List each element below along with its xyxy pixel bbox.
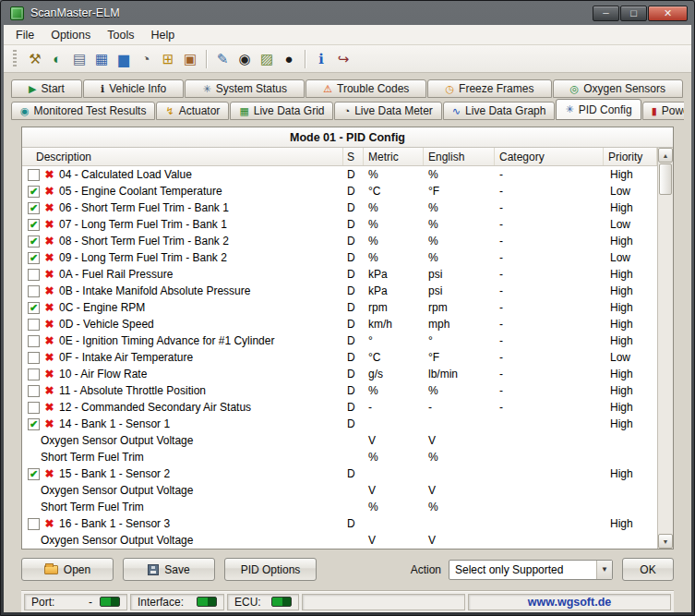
data-grid-icon[interactable]: ▦ [90, 49, 113, 69]
table-row[interactable]: 16 - Bank 1 - Sensor 3 D High [22, 515, 657, 532]
column-header-priority[interactable]: Priority [604, 148, 657, 165]
tab-vehicle-info[interactable]: ℹVehicle Info [83, 79, 184, 98]
row-checkbox[interactable] [28, 169, 40, 181]
tab-live-data-grid[interactable]: ▦Live Data Grid [230, 102, 333, 120]
tab-power[interactable]: ▮Power [642, 102, 684, 120]
table-row[interactable]: 0A - Fuel Rail Pressure D kPa psi - High [22, 266, 657, 283]
scroll-down-icon[interactable] [658, 534, 673, 549]
image-icon[interactable]: ▨ [256, 49, 278, 69]
save-button[interactable]: Save [123, 558, 215, 581]
table-row[interactable]: 0E - Ignition Timing Advance for #1 Cyli… [22, 332, 657, 349]
table-row[interactable]: 11 - Absolute Throttle Position D % % - … [22, 382, 657, 399]
menu-file[interactable]: File [7, 26, 42, 44]
combo-dropdown-arrow-icon[interactable] [596, 561, 612, 579]
tab-label: Trouble Codes [337, 83, 409, 94]
column-header-english[interactable]: English [424, 148, 495, 165]
table-row[interactable]: Oxygen Sensor Output Voltage V V [22, 532, 657, 549]
row-checkbox[interactable] [28, 352, 40, 364]
row-checkbox[interactable] [28, 335, 40, 347]
tab-live-data-meter[interactable]: ◔Live Data Meter [334, 102, 441, 120]
dark-globe-icon[interactable]: ● [278, 49, 300, 69]
clipboard-icon[interactable]: ▣ [179, 49, 201, 69]
vertical-scrollbar[interactable] [657, 148, 673, 549]
row-checkbox[interactable] [28, 269, 40, 281]
ok-button[interactable]: OK [622, 558, 674, 581]
tab-pid-config[interactable]: ✳PID Config [556, 99, 641, 120]
table-row[interactable]: Oxygen Sensor Output Voltage V V [22, 432, 657, 449]
column-header-supported[interactable]: S [343, 148, 364, 165]
table-row[interactable]: 0D - Vehicle Speed D km/h mph - High [22, 316, 657, 332]
tab-label: Vehicle Info [109, 83, 166, 94]
row-checkbox[interactable] [28, 518, 40, 530]
table-row[interactable]: Oxygen Sensor Output Voltage V V [22, 482, 657, 499]
column-header-category[interactable]: Category [495, 148, 604, 165]
row-checkbox[interactable] [28, 385, 40, 397]
row-description: 11 - Absolute Throttle Position [59, 384, 206, 397]
info-icon[interactable]: ℹ [310, 49, 332, 69]
row-checkbox[interactable] [28, 219, 40, 231]
scrollbar-thumb[interactable] [659, 163, 672, 195]
calculator-icon[interactable]: ⊞ [157, 49, 179, 69]
table-row[interactable]: 0F - Intake Air Temperature D °C °F - Lo… [22, 349, 657, 366]
table-row[interactable]: 15 - Bank 1 - Sensor 2 D High [22, 465, 657, 482]
pid-options-button[interactable]: PID Options [224, 558, 317, 581]
row-checkbox[interactable] [28, 186, 40, 198]
column-header-metric[interactable]: Metric [364, 148, 424, 165]
table-row[interactable]: 0B - Intake Manifold Absolute Pressure D… [22, 283, 657, 299]
menu-help[interactable]: Help [142, 26, 183, 44]
maximize-button[interactable] [620, 6, 647, 21]
menu-tools[interactable]: Tools [99, 26, 142, 44]
row-category: - [495, 334, 604, 347]
action-select[interactable]: Select only Supported [449, 560, 613, 580]
tab-system-status[interactable]: ✳System Status [185, 79, 305, 98]
report-icon[interactable]: ▤ [68, 49, 90, 69]
menu-options[interactable]: Options [42, 26, 99, 44]
row-priority: Low [604, 218, 657, 231]
exit-icon[interactable]: ↪ [332, 49, 354, 69]
row-metric-unit: % [364, 201, 424, 214]
notes-icon[interactable]: ✎ [211, 49, 234, 69]
row-checkbox[interactable] [28, 202, 40, 214]
chart-icon[interactable]: ▆ [113, 49, 135, 69]
row-checkbox[interactable] [28, 252, 40, 264]
scroll-up-icon[interactable] [658, 148, 673, 163]
tab-trouble-codes[interactable]: ⚠Trouble Codes [306, 79, 426, 98]
table-row[interactable]: 09 - Long Term Fuel Trim - Bank 2 D % % … [22, 249, 657, 266]
table-row[interactable]: 10 - Air Flow Rate D g/s lb/min - High [22, 366, 657, 382]
tab-monitored-test-results[interactable]: ◉Monitored Test Results [11, 102, 155, 120]
tab-actuator[interactable]: ↯Actuator [156, 102, 229, 120]
gauge-icon[interactable]: ◔ [135, 49, 157, 69]
row-checkbox[interactable] [28, 285, 40, 297]
row-checkbox[interactable] [28, 236, 40, 248]
row-checkbox[interactable] [28, 402, 40, 414]
minimize-button[interactable] [593, 6, 619, 21]
table-row[interactable]: 14 - Bank 1 - Sensor 1 D High [22, 416, 657, 432]
row-checkbox[interactable] [28, 319, 40, 331]
table-row[interactable]: 07 - Long Term Fuel Trim - Bank 1 D % % … [22, 216, 657, 233]
camera-icon[interactable]: ◉ [234, 49, 256, 69]
titlebar[interactable]: ScanMaster-ELM [4, 1, 691, 25]
table-row[interactable]: 0C - Engine RPM D rpm rpm - High [22, 299, 657, 316]
table-row[interactable]: Short Term Fuel Trim % % [22, 449, 657, 465]
tab-live-data-graph[interactable]: ∿Live Data Graph [443, 102, 556, 120]
row-supported: D [343, 268, 364, 281]
tab-start[interactable]: ▶Start [11, 79, 82, 98]
table-row[interactable]: 04 - Calculated Load Value D % % - High [22, 166, 657, 183]
website-link[interactable]: www.wgsoft.de [528, 596, 612, 609]
row-checkbox[interactable] [28, 302, 40, 314]
table-row[interactable]: 08 - Short Term Fuel Trim - Bank 2 D % %… [22, 233, 657, 249]
tab-freeze-frames[interactable]: ◷Freeze Frames [427, 79, 551, 98]
web-icon[interactable]: ◐ [46, 49, 68, 69]
row-checkbox[interactable] [28, 468, 40, 480]
table-row[interactable]: 12 - Commanded Secondary Air Status D - … [22, 399, 657, 416]
close-button[interactable] [648, 6, 688, 21]
connect-icon[interactable]: ⚒ [24, 49, 46, 69]
column-header-description[interactable]: Description [22, 148, 343, 165]
table-row[interactable]: 05 - Engine Coolant Temperature D °C °F … [22, 183, 657, 199]
table-row[interactable]: 06 - Short Term Fuel Trim - Bank 1 D % %… [22, 199, 657, 216]
row-checkbox[interactable] [28, 368, 40, 380]
open-button[interactable]: Open [21, 558, 114, 581]
table-row[interactable]: Short Term Fuel Trim % % [22, 499, 657, 515]
tab-oxygen-sensors[interactable]: ◎Oxygen Sensors [553, 79, 683, 98]
row-checkbox[interactable] [28, 418, 40, 430]
